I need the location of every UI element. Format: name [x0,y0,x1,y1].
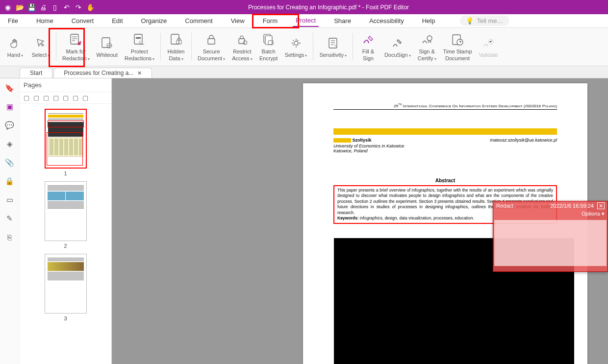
svg-rect-1 [102,38,110,48]
open-icon[interactable]: 📂 [16,3,24,11]
menu-protect[interactable]: Protect [293,15,319,27]
menu-home[interactable]: Home [33,15,56,26]
svg-point-9 [243,41,247,45]
pp-tool-1[interactable]: ▢ [24,94,29,101]
bookmarks-icon[interactable]: 🔖 [5,83,15,93]
svg-rect-0 [71,34,78,44]
pp-tool-5[interactable]: ▢ [63,94,69,101]
comment-close-icon[interactable]: ✕ [597,202,605,209]
affiliation: University of Economics in Katowice [333,144,557,148]
mark-for-redaction-button[interactable]: Mark for Redaction [59,30,93,64]
thumb-3[interactable]: 3 [43,254,88,321]
security-icon[interactable]: 🔒 [5,176,15,186]
hidden-data-button[interactable]: Hidden Data [164,30,188,64]
secure-document-button[interactable]: Secure Document [195,30,228,64]
abstract-heading: Abstract [333,178,557,183]
tell-me-search[interactable]: 💡Tell me… [460,16,509,26]
redacted-firstname [333,138,351,143]
pages-panel-title: Pages [20,78,111,92]
redacted-title [333,128,557,135]
bulb-icon: 💡 [466,17,474,24]
thumb-2[interactable]: 2 [43,181,88,249]
app-icon[interactable]: ◉ [4,3,12,11]
pp-tool-6[interactable]: ▢ [73,94,78,101]
menu-comment[interactable]: Comment [182,15,215,26]
document-area[interactable]: 25TH International Conference On Informa… [112,78,608,364]
batch-encrypt-button[interactable]: Batch Encrypt [256,30,281,64]
pages-panel-toolbar: ▢ ▢ ▢ ▢ ▢ ▢ ▢ [20,92,111,104]
restrict-access-button[interactable]: Restrict Access [229,30,255,64]
save-icon[interactable]: 💾 [27,3,35,11]
workspace: 🔖 ▣ 💬 ◈ 📎 🔒 ▭ ✎ ⎘ Pages ▢ ▢ ▢ ▢ ▢ ▢ ▢ [0,78,608,364]
thumbnails: 1 2 3 [20,104,111,364]
title-bar: ◉ 📂 💾 🖨 ▯ ↶ ↷ ✋ Processes for Creating a… [0,0,608,14]
menu-view[interactable]: View [228,15,248,26]
layers-icon[interactable]: ◈ [5,139,15,149]
undo-icon[interactable]: ↶ [63,3,71,11]
menu-convert[interactable]: Convert [69,15,97,26]
clipboard-icon[interactable]: ⎘ [5,232,15,242]
author-line: Szoltysik mateusz.szoltysik@ue.katowice.… [333,138,557,143]
comment-body[interactable] [494,220,607,266]
author-email: mateusz.szoltysik@ue.katowice.pl [490,138,557,143]
menu-file[interactable]: File [5,15,21,26]
pp-tool-3[interactable]: ▢ [43,94,49,101]
sensitivity-button[interactable]: Sensitivity [316,30,350,64]
quick-access-toolbar: ◉ 📂 💾 🖨 ▯ ↶ ↷ ✋ [0,3,98,11]
comment-type: Redact [496,203,513,209]
timestamp-button[interactable]: Time Stamp Document [440,30,475,64]
redact-comment-popup[interactable]: Redact 2022/1/6 16:59:24 ✕ Options ▾ [493,201,608,272]
pp-tool-2[interactable]: ▢ [33,94,39,101]
comment-timestamp: 2022/1/6 16:59:24 [550,203,594,209]
page-icon[interactable]: ▯ [51,3,59,11]
pages-panel: Pages ▢ ▢ ▢ ▢ ▢ ▢ ▢ 1 [20,78,112,364]
svg-rect-7 [208,39,215,44]
redo-icon[interactable]: ↷ [75,3,82,11]
fields-icon[interactable]: ▭ [5,195,15,205]
docusign-button[interactable]: DocuSign [381,30,414,64]
ribbon: Hand Select Mark for Redaction Whiteout … [0,28,608,66]
hand-qa-icon[interactable]: ✋ [86,3,94,11]
side-panel: 🔖 ▣ 💬 ◈ 📎 🔒 ▭ ✎ ⎘ [0,78,20,364]
signatures-icon[interactable]: ✎ [5,214,15,223]
menu-accessibility[interactable]: Accessibility [366,15,407,26]
fill-sign-button[interactable]: Fill & Sign [356,30,380,64]
print-icon[interactable]: 🖨 [39,3,47,11]
conference-header: 25TH International Conference On Informa… [333,103,557,110]
menu-help[interactable]: Help [419,15,438,26]
location: Katowice, Poland [333,148,557,153]
pp-tool-4[interactable]: ▢ [53,94,59,101]
document-tabs: Start Processes for Creating a...✕ [0,66,608,78]
whiteout-button[interactable]: Whiteout [94,30,121,64]
window-title: Processes for Creating an Infographic.pd… [98,4,608,11]
tab-start[interactable]: Start [20,68,52,78]
tab-document[interactable]: Processes for Creating a...✕ [53,68,152,78]
sign-certify-button[interactable]: Sign & Certify [415,30,439,64]
settings-button[interactable]: Settings [282,30,310,64]
menu-edit[interactable]: Edit [109,15,126,26]
protect-redactions-button[interactable]: Protect Redactions [122,30,157,64]
attachments-icon[interactable]: 📎 [5,158,15,168]
thumb-1[interactable]: 1 [43,109,88,176]
svg-point-15 [427,36,432,41]
hand-button[interactable]: Hand [3,30,27,64]
svg-rect-14 [329,38,337,48]
svg-rect-11 [265,36,272,45]
select-button[interactable]: Select [28,30,53,64]
svg-rect-5 [171,34,179,44]
pp-tool-7[interactable]: ▢ [82,94,88,101]
menu-organize[interactable]: Organize [138,15,170,26]
close-tab-icon[interactable]: ✕ [137,70,142,76]
comments-icon[interactable]: 💬 [5,121,15,130]
svg-rect-4 [136,37,141,39]
comment-options[interactable]: Options ▾ [582,211,605,217]
validate-button[interactable]: Validate [476,30,501,64]
svg-rect-3 [134,34,142,44]
menu-bar: File Home Convert Edit Organize Comment … [0,14,608,28]
menu-form[interactable]: Form [260,15,280,26]
menu-share[interactable]: Share [331,15,354,26]
pages-icon[interactable]: ▣ [5,102,15,112]
